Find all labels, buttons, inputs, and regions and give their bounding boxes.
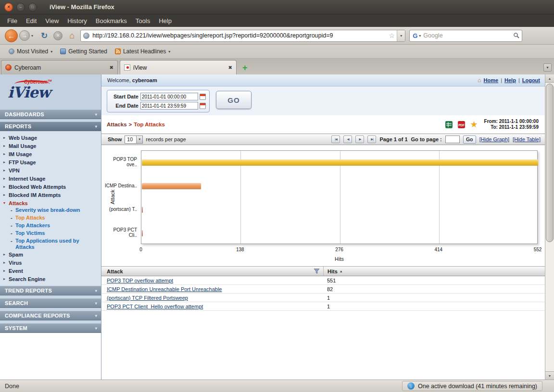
window-minimize-button[interactable]: – [16, 3, 25, 12]
prev-page-button[interactable]: ◀ [343, 135, 352, 143]
menu-history[interactable]: History [63, 15, 91, 26]
new-tab-button[interactable]: + [242, 64, 248, 72]
sidebar-subitem-top-applications-used-by-attacks[interactable]: -Top Applications used by Attacks [0, 238, 101, 250]
bookmark-most-visited[interactable]: Most Visited ▾ [5, 47, 56, 56]
tab-cyberoam[interactable]: Cyberoam ✖ [1, 60, 118, 74]
sidebar-section-compliance-reports[interactable]: COMPLIANCE REPORTS ▾ [0, 311, 101, 320]
home-button[interactable]: ⌂ [69, 31, 75, 41]
attack-link[interactable]: (portscan) TCP Filtered Portsweep [107, 295, 188, 301]
bookmark-latest-headlines[interactable]: Latest Headlines ▾ [111, 47, 174, 56]
window-close-button[interactable]: ✕ [4, 3, 13, 12]
sidebar-item-internet-usage[interactable]: ▸Internet Usage [0, 174, 101, 183]
chart-x-tick-label: 414 [434, 247, 442, 252]
page-size-select[interactable]: 10 ▾ [125, 135, 143, 144]
url-dropdown-icon[interactable]: ▾ [397, 30, 405, 41]
filter-funnel-icon[interactable] [314, 268, 320, 274]
start-date-input[interactable] [140, 93, 198, 100]
menu-edit[interactable]: Edit [22, 15, 41, 26]
search-input[interactable]: Google [423, 32, 513, 39]
stop-icon: ✕ [56, 33, 60, 38]
chart-x-axis-title: Hits [141, 256, 538, 262]
sidebar-subitem-top-attacks[interactable]: -Top Attacks [0, 215, 101, 222]
sidebar-item-attacks[interactable]: ▾Attacks [0, 199, 101, 207]
table-header-row: Attack Hits ▲ [101, 267, 545, 276]
end-date-input[interactable] [140, 102, 198, 110]
url-text[interactable]: http://192.168.0.221/iview/webpages/sing… [92, 32, 387, 39]
export-pdf-icon[interactable]: PDF [457, 121, 466, 129]
sidebar-item-blocked-web-attempts[interactable]: ▸Blocked Web Attempts [0, 183, 101, 191]
scroll-up-icon[interactable]: ▲ [545, 74, 554, 83]
tab-close-icon[interactable]: ✖ [228, 65, 232, 70]
window-maximize-button[interactable]: □ [28, 3, 37, 12]
sidebar-item-spam[interactable]: ▸Spam [0, 250, 101, 258]
goto-page-button[interactable]: Go [463, 135, 476, 144]
sidebar-item-virus[interactable]: ▸Virus [0, 258, 101, 267]
sidebar-filler [0, 333, 101, 380]
export-excel-icon[interactable] [445, 121, 453, 129]
sidebar-section-dashboards[interactable]: DASHBOARDS ▾ [0, 110, 101, 119]
column-header-hits[interactable]: Hits ▲ [323, 267, 545, 276]
sidebar-subitem-top-victims[interactable]: -Top Victims [0, 230, 101, 238]
scroll-down-icon[interactable]: ▼ [545, 371, 554, 380]
sidebar-section-search[interactable]: SEARCH ▾ [0, 298, 101, 308]
list-all-tabs-icon[interactable]: ▾ [543, 63, 552, 72]
back-button[interactable]: ← [5, 29, 18, 42]
sidebar-item-ftp-usage[interactable]: ▸FTP Usage [0, 158, 101, 166]
home-link[interactable]: Home [484, 77, 499, 83]
calendar-icon[interactable] [200, 94, 206, 100]
sidebar-section-system[interactable]: SYSTEM ▾ [0, 323, 101, 333]
sidebar-item-im-usage[interactable]: ▸IM Usage [0, 150, 101, 158]
vertical-scrollbar[interactable]: ▲ ▼ [545, 74, 554, 380]
sidebar-item-event[interactable]: ▸Event [0, 267, 101, 275]
download-status[interactable]: ↓ One active download (41 minutes remain… [402, 381, 542, 391]
menu-bookmarks[interactable]: Bookmarks [91, 15, 131, 26]
forward-button[interactable]: → [19, 30, 30, 41]
menu-tools[interactable]: Tools [131, 15, 154, 26]
column-header-attack[interactable]: Attack [101, 267, 323, 276]
sidebar-item-search-engine[interactable]: ▸Search Engine [0, 275, 101, 283]
favorite-star-icon[interactable]: ★ [470, 121, 478, 128]
menu-view[interactable]: View [41, 15, 63, 26]
tab-iview[interactable]: iView ✖ [120, 60, 237, 74]
go-button[interactable]: GO [216, 91, 252, 109]
sidebar-item-web-usage[interactable]: ▸Web Usage [0, 134, 101, 142]
url-bar[interactable]: http://192.168.0.221/iview/webpages/sing… [80, 30, 405, 42]
goto-page-input[interactable] [445, 135, 460, 143]
reload-button[interactable]: ↻ [41, 31, 48, 41]
sidebar-section-trend-reports[interactable]: TREND REPORTS ▾ [0, 286, 101, 295]
menu-file[interactable]: File [3, 15, 22, 26]
tab-close-icon[interactable]: ✖ [110, 65, 113, 70]
next-page-button[interactable]: ▶ [355, 135, 364, 143]
scrollbar-thumb[interactable] [546, 84, 554, 242]
attack-link[interactable]: ICMP Destination Unreachable Port Unreac… [107, 286, 222, 292]
attack-link[interactable]: POP3 TOP overflow attempt [107, 278, 173, 283]
sidebar-section-reports[interactable]: REPORTS ▾ [0, 122, 101, 131]
sidebar-subitem-severity-wise-break-down[interactable]: -Severity wise break-down [0, 207, 101, 215]
bookmark-star-icon[interactable]: ☆ [389, 32, 395, 39]
history-dropdown-icon[interactable]: ▾ [31, 34, 33, 38]
breadcrumb-parent[interactable]: Attacks [107, 122, 127, 127]
stop-button[interactable]: ✕ [53, 31, 63, 40]
help-link[interactable]: Help [504, 77, 516, 83]
cyberoam-iview-logo: CyberoamTM iView [0, 74, 101, 110]
bookmark-getting-started[interactable]: Getting Started [56, 47, 111, 56]
logout-link[interactable]: Logout [522, 77, 540, 83]
search-engine-icon[interactable]: G [413, 32, 417, 39]
attack-link[interactable]: POP3 PCT Client_Hello overflow attempt [107, 304, 203, 309]
last-page-button[interactable]: ▶| [367, 135, 376, 143]
first-page-button[interactable]: |◀ [331, 135, 340, 143]
search-engine-dropdown-icon[interactable]: ▾ [419, 34, 421, 38]
hide-table-link[interactable]: [Hide Table] [513, 136, 541, 142]
hide-graph-link[interactable]: [Hide Graph] [479, 136, 509, 142]
sidebar-item-mail-usage[interactable]: ▸Mail Usage [0, 142, 101, 150]
calendar-icon[interactable] [200, 103, 206, 109]
chevron-down-icon: ▾ [95, 314, 97, 318]
triangle-right-icon: ▸ [3, 144, 9, 148]
search-box[interactable]: G ▾ Google [409, 30, 522, 42]
sidebar-item-vpn[interactable]: ▸VPN [0, 166, 101, 174]
chevron-down-icon: ▾ [95, 289, 97, 293]
menu-help[interactable]: Help [154, 15, 176, 26]
sidebar-item-blocked-im-attempts[interactable]: ▸Blocked IM Attempts [0, 191, 101, 199]
search-icon[interactable] [513, 32, 520, 39]
sidebar-subitem-top-attackers[interactable]: -Top Attackers [0, 222, 101, 230]
